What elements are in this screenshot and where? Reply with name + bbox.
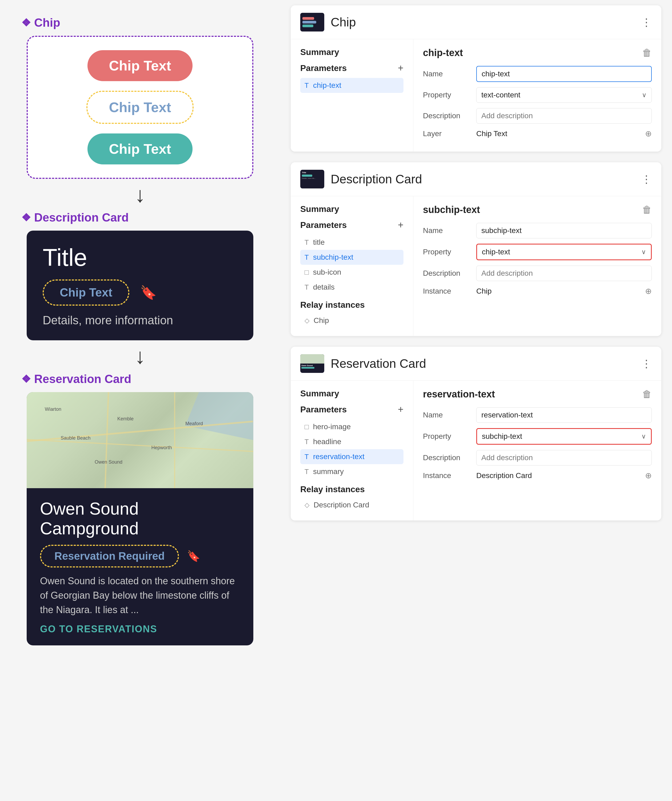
chip-params-label: Parameters — [300, 63, 346, 73]
reservation-summary: Owen Sound is located on the southern sh… — [40, 574, 240, 617]
reservation-chip[interactable]: Reservation Required — [40, 545, 179, 568]
res-add-param[interactable]: + — [398, 404, 403, 415]
res-instance-value-row: Description Card ⊕ — [476, 471, 652, 480]
right-card-chip-title: Chip — [331, 15, 635, 29]
chip-detail-name: chip-text — [423, 47, 463, 58]
chip-summary-col: Summary Parameters + T chip-text — [291, 39, 413, 151]
chip-thumbnail — [300, 13, 324, 32]
chip-param-chiptext[interactable]: T chip-text — [300, 78, 403, 93]
res-param-summary-text: summary — [313, 467, 344, 476]
desc-target-icon[interactable]: ⊕ — [645, 286, 652, 296]
res-property-label: Property — [423, 432, 471, 441]
chip-add-param[interactable]: + — [398, 63, 403, 74]
res-trash-icon[interactable]: 🗑 — [642, 389, 652, 400]
desc-property-chevron: ∨ — [642, 248, 646, 256]
desc-card-title: Title — [43, 244, 237, 272]
desc-param-icon[interactable]: □ sub-icon — [300, 265, 403, 280]
desc-card-details: Details, more information — [43, 314, 237, 327]
go-to-reservations[interactable]: GO TO RESERVATIONS — [40, 624, 240, 635]
desc-add-param[interactable]: + — [398, 219, 403, 231]
desc-param-details-text: details — [313, 283, 335, 291]
desc-param-title-text: title — [313, 238, 325, 247]
res-target-icon[interactable]: ⊕ — [645, 471, 652, 480]
right-card-desc-header: Title Details, more info... Description … — [291, 162, 661, 196]
res-param-restext[interactable]: T reservation-text — [300, 449, 403, 464]
reservation-card-body: Owen Sound Campground Reservation Requir… — [27, 488, 253, 645]
res-name-label: Name — [423, 411, 471, 419]
img-icon-subicon: □ — [305, 268, 309, 277]
desc-name-input[interactable] — [476, 223, 652, 238]
res-name-input[interactable] — [476, 407, 652, 423]
chip-layer-value: Chip Text — [476, 129, 640, 138]
diamond-icon-2: ❖ — [21, 211, 31, 224]
res-relay-desc[interactable]: ◇ Description Card — [300, 497, 403, 513]
chip-red[interactable]: Chip Text — [87, 50, 192, 81]
chip-layer-value-row: Chip Text ⊕ — [476, 129, 652, 138]
res-params-header: Parameters + — [300, 404, 403, 415]
desc-param-details[interactable]: T details — [300, 280, 403, 295]
type-icon-subchip: T — [305, 253, 309, 262]
chip-property-chevron: ∨ — [642, 91, 647, 99]
more-menu-res[interactable]: ⋮ — [641, 357, 652, 370]
type-icon-headline: T — [305, 438, 309, 446]
desc-summary-col: Summary Parameters + T title T subchip-t… — [291, 196, 413, 336]
res-desc-row: Description — [423, 450, 652, 465]
chip-teal[interactable]: Chip Text — [87, 134, 192, 164]
res-property-select[interactable]: subchip-text ∨ — [476, 428, 652, 445]
map-road-v2 — [174, 392, 175, 488]
desc-detail-name: subchip-text — [423, 204, 480, 216]
chip-layer-row: Layer Chip Text ⊕ — [423, 129, 652, 138]
res-param-hero[interactable]: □ hero-image — [300, 419, 403, 434]
res-desc-input[interactable] — [476, 450, 652, 465]
section1-title: ❖ Chip — [21, 16, 60, 29]
desc-relay-chip-text: Chip — [314, 316, 329, 325]
type-icon-title: T — [305, 238, 309, 247]
type-icon-details: T — [305, 283, 309, 291]
desc-card-chip[interactable]: Chip Text — [43, 280, 129, 306]
chip-desc-label: Description — [423, 112, 471, 120]
more-menu-chip[interactable]: ⋮ — [641, 16, 652, 28]
diamond-icon-3: ❖ — [21, 373, 31, 385]
type-icon-restext: T — [305, 453, 309, 461]
desc-instance-value-row: Chip ⊕ — [476, 286, 652, 296]
right-card-res-title: Reservation Card — [331, 356, 635, 371]
desc-param-title[interactable]: T title — [300, 235, 403, 250]
chip-blue-outline[interactable]: Chip Text — [87, 91, 193, 124]
res-name-row: Name — [423, 407, 652, 423]
relay-diamond-chip: ◇ — [305, 317, 310, 324]
right-card-res-header: Owen Sound Reservation Card ⋮ — [291, 347, 661, 381]
desc-params-header: Parameters + — [300, 219, 403, 231]
desc-param-subchip-text: subchip-text — [313, 253, 353, 262]
res-property-row: Property subchip-text ∨ — [423, 428, 652, 445]
map-label-owensound: Owen Sound — [95, 459, 122, 465]
chip-desc-input[interactable] — [476, 108, 652, 124]
desc-desc-input[interactable] — [476, 265, 652, 281]
res-param-summary[interactable]: T summary — [300, 464, 403, 479]
desc-desc-row: Description — [423, 265, 652, 281]
res-detail-name: reservation-text — [423, 389, 495, 400]
right-card-res-body: Summary Parameters + □ hero-image T head… — [291, 381, 661, 521]
desc-property-select[interactable]: chip-text ∨ — [476, 244, 652, 260]
diamond-icon-1: ❖ — [21, 16, 31, 29]
desc-trash-icon[interactable]: 🗑 — [642, 204, 652, 216]
desc-param-icon-text: sub-icon — [313, 268, 341, 277]
img-icon-hero: □ — [305, 423, 309, 431]
map-road-v1 — [104, 392, 109, 488]
chip-name-input[interactable] — [476, 66, 652, 82]
res-param-headline[interactable]: T headline — [300, 434, 403, 449]
bookmark-icon-reservation: 🔖 — [187, 550, 200, 562]
more-menu-desc[interactable]: ⋮ — [641, 173, 652, 185]
chip-trash-icon[interactable]: 🗑 — [642, 47, 652, 58]
desc-relay-chip[interactable]: ◇ Chip — [300, 313, 403, 328]
right-card-description: Title Details, more info... Description … — [291, 162, 661, 336]
res-detail-col: reservation-text 🗑 Name Property subchip… — [413, 381, 661, 521]
res-relay-desc-text: Description Card — [314, 501, 369, 509]
map-background: Wiarton Kemble Sauble Beach Hepworth Owe… — [27, 392, 253, 488]
chip-property-select[interactable]: text-content ∨ — [476, 87, 652, 103]
chip-param-text: chip-text — [313, 81, 341, 90]
right-card-desc-body: Summary Parameters + T title T subchip-t… — [291, 196, 661, 336]
map-road-h2 — [27, 439, 253, 452]
desc-param-subchip[interactable]: T subchip-text — [300, 250, 403, 265]
chip-target-icon[interactable]: ⊕ — [645, 129, 652, 138]
map-label-meaford: Meaford — [185, 421, 203, 426]
